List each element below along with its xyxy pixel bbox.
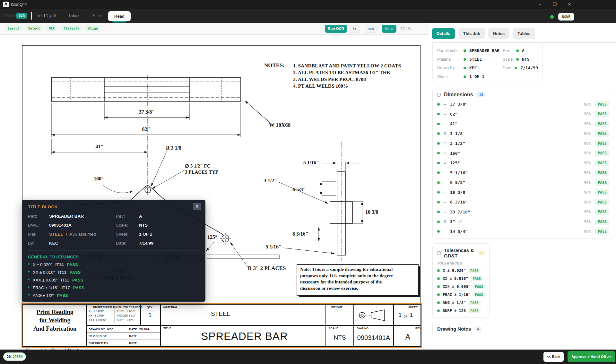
tab-file[interactable]: test1.pdf (37, 13, 57, 18)
field-value: KEC (469, 65, 477, 70)
confidence: 90% (584, 131, 591, 136)
tolerance-row[interactable]: FRAC ± 1/16"PASS (437, 292, 485, 297)
dim-value: 33 7/16" (450, 210, 470, 214)
green-count: 20 (7, 355, 11, 359)
tolerance-row[interactable]: SURF ± 125PASS (437, 308, 485, 313)
tol-value: SURF ± 125 (443, 308, 466, 313)
label-5-1-16-top: 5 1/16" (284, 160, 319, 166)
panel-tab-tables[interactable]: Tables (513, 28, 535, 39)
status-dot-icon (437, 277, 440, 280)
dim-value: 125° (450, 160, 460, 165)
dimension-row[interactable]: R3 1/890%PASS (437, 130, 609, 137)
unit-asis-button[interactable]: As-is (382, 25, 396, 33)
tolerance-row[interactable]: XXX ± 0.005"PASS (437, 284, 485, 289)
tab-inbox[interactable]: Inbox (68, 13, 80, 18)
close-icon[interactable]: ✕ (564, 1, 575, 8)
drawing-viewport[interactable]: NOTES: 1. SANDBLAST AND PAINT YELLOW 2 C… (0, 35, 429, 350)
popup-tol-grade: IT17 (62, 285, 70, 290)
panel-tab-details[interactable]: Details (432, 28, 455, 39)
popup-part-value: SPREADER BAR (49, 214, 116, 219)
confidence: 90% (584, 170, 591, 175)
dimension-row[interactable]: –82"90%PASS (437, 111, 609, 117)
chip-detect[interactable]: Detect (26, 25, 42, 31)
popup-sheet-value: 1 OF 1 (139, 232, 199, 237)
approve-handoff-button[interactable]: Approve + Hand Off >> (568, 351, 615, 362)
field-value: NTS (522, 57, 529, 62)
status-dot-icon (464, 75, 466, 78)
tol-surf: SURF ± 125 (117, 318, 133, 322)
done-button[interactable]: DONE (558, 13, 574, 21)
status-dot-icon (437, 211, 440, 213)
maximize-icon[interactable]: ❐ (549, 1, 560, 8)
panel-tab-notes[interactable]: Notes (488, 28, 509, 39)
dwg-no-value: 09031401A (354, 334, 393, 342)
dim-value: 37 3/8" (450, 102, 468, 107)
dimension-row[interactable]: –33 7/16"90%PASS (437, 209, 609, 215)
status-dot-icon (516, 58, 519, 61)
run-ocr-button[interactable]: Run OCR (325, 25, 347, 33)
dimension-row[interactable]: –5 1/16"90%PASS (437, 169, 609, 176)
title-block-strip[interactable]: Print Reading for Welding And Fabricatio… (22, 304, 421, 347)
checkbox-icon[interactable] (437, 93, 441, 97)
popup-mat-steel: STEEL (49, 232, 63, 237)
brand-line-2: for Welding (23, 316, 87, 325)
tol-angles: ANGLES ± 1/2" (117, 314, 136, 317)
chip-layout[interactable]: Layout (5, 25, 22, 31)
dimension-row[interactable]: –6 5/8"90%PASS (437, 179, 609, 186)
pass-badge: PASS (595, 169, 609, 176)
chip-classify[interactable]: Classify (61, 25, 82, 31)
popup-rev-value: A (139, 214, 199, 219)
popup-close-button[interactable]: X (193, 203, 201, 210)
dimension-row[interactable]: R3"×290%PASS (437, 219, 609, 225)
panel-scroll-area[interactable]: Title Block 7 Part Number SPREADER BAR R… (432, 42, 616, 335)
dimension-row[interactable]: ∠160°90%PASS (437, 150, 609, 156)
popup-tol-value: FRAC ± 1/16" (33, 285, 58, 290)
chip-align[interactable]: Align (85, 25, 100, 31)
unit-in-button[interactable]: in (349, 25, 360, 33)
dimension-row[interactable]: □3 1/2"90%PASS (437, 140, 609, 147)
bullet-icon: * (28, 270, 30, 275)
panel-tab-this-job[interactable]: This Job (458, 28, 485, 39)
bullet-icon: * (28, 285, 30, 290)
active-tab-indicator (112, 21, 126, 22)
ocr-mode-chip[interactable]: OCR (16, 13, 27, 19)
revised-by-label: REVISED BY (89, 334, 107, 338)
dimension-row[interactable]: –10 3/890%PASS (437, 189, 609, 195)
confidence: 90% (584, 210, 591, 214)
dimension-row[interactable]: ∠125°90%PASS (437, 160, 609, 166)
unit-mm-button[interactable]: mm (365, 25, 377, 33)
checkbox-icon[interactable] (437, 251, 441, 255)
popup-pass: PASS (67, 262, 78, 267)
pass-badge: PASS (595, 130, 609, 137)
warning-icon: ! (65, 232, 67, 237)
tab-read-active[interactable]: Read (108, 11, 131, 21)
bullet-icon: * (28, 278, 30, 282)
dim-value: 14 3/4" (450, 229, 468, 234)
dimension-row[interactable]: –37 3/8"90%PASS (437, 101, 609, 108)
field-label: Date (503, 66, 515, 70)
bottom-status-bar: 20GREEN << Back Approve + Hand Off >> (0, 350, 616, 364)
dimension-row[interactable]: –8 3/16"90%PASS (437, 199, 609, 205)
confidence: 90% (584, 102, 591, 107)
card-title: Tolerances & GD&T (444, 247, 474, 258)
tolerance-row[interactable]: XX ± 0.010"PASS (437, 276, 485, 281)
dimension-row[interactable]: –41"90%PASS (437, 121, 609, 127)
group-label: TOLERANCES (437, 261, 485, 265)
tolerance-row[interactable]: X ± 0.020"PASS (437, 268, 485, 273)
ocr-toolbar: Layout Detect OCR Classify Align Run OCR… (0, 23, 429, 35)
dim-value: 3 1/2" (450, 141, 465, 146)
field-label: Scale (503, 57, 516, 62)
tab-files[interactable]: Files (92, 13, 104, 18)
card-title: Title Block (444, 42, 470, 44)
bullet-icon: * (28, 293, 30, 298)
dimension-row[interactable]: –14 3/4"90%PASS (437, 228, 609, 235)
back-button[interactable]: << Back (543, 352, 564, 362)
label-w10x68: W 10X68 (269, 122, 291, 128)
checkbox-icon[interactable] (437, 42, 441, 43)
popup-header: TITLE BLOCK (28, 204, 199, 209)
minimize-icon[interactable]: – (534, 1, 545, 8)
status-dot-icon (437, 162, 440, 164)
chip-ocr[interactable]: OCR (46, 25, 57, 31)
tolerance-row[interactable]: ANG ± 1/2"PASS (437, 300, 485, 305)
confidence: 90% (584, 229, 591, 234)
